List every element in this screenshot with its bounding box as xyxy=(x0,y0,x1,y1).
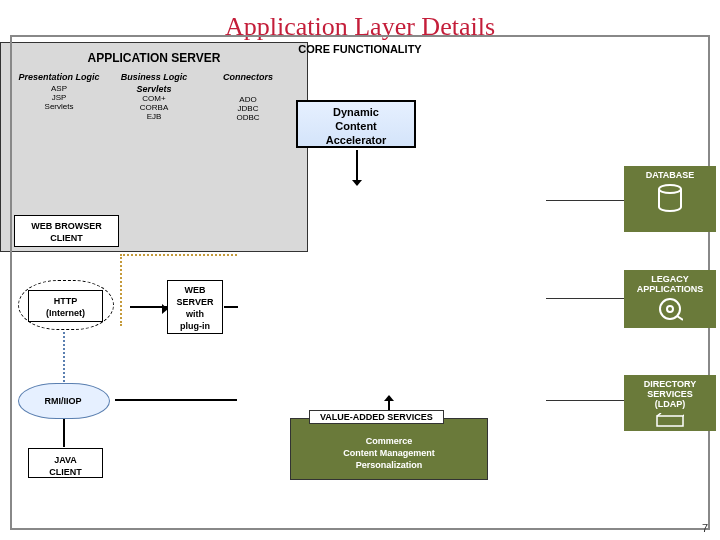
value-added-services-box: VALUE-ADDED SERVICES Commerce Content Ma… xyxy=(290,418,488,480)
vas-title: VALUE-ADDED SERVICES xyxy=(309,410,444,424)
connector-line xyxy=(120,254,237,256)
connector-line xyxy=(120,254,122,326)
col-item: Servlets xyxy=(15,102,103,111)
core-col-business: Business Logic Servlets COM+ CORBA EJB xyxy=(110,72,198,121)
web-browser-client-box: WEB BROWSER CLIENT xyxy=(14,215,119,247)
dir-line2: SERVICES xyxy=(626,389,714,399)
svg-point-2 xyxy=(667,306,673,312)
connector-line xyxy=(115,399,237,401)
connector-line xyxy=(63,419,65,447)
http-internet-box: HTTP (Internet) xyxy=(28,290,103,322)
col-header: Presentation Logic xyxy=(15,72,103,82)
directory-services-box: DIRECTORY SERVICES (LDAP) xyxy=(624,375,716,431)
card-file-icon xyxy=(656,413,684,427)
database-box: DATABASE xyxy=(624,166,716,232)
vas-item: Content Management xyxy=(291,447,487,459)
connector-line xyxy=(224,306,238,308)
java-line1: JAVA xyxy=(29,454,102,466)
database-label: DATABASE xyxy=(626,170,714,180)
dir-line1: DIRECTORY xyxy=(626,379,714,389)
col-sub: Servlets xyxy=(110,84,198,94)
web-server-plugin-box: WEB SERVER with plug-in xyxy=(167,280,223,334)
col-item: JSP xyxy=(15,93,103,102)
database-icon xyxy=(657,184,683,214)
col-item: ODBC xyxy=(204,113,292,122)
core-col-connectors: Connectors ADO JDBC ODBC xyxy=(204,72,292,122)
http-line2: (Internet) xyxy=(29,307,102,319)
connector-line xyxy=(546,200,624,201)
col-header: Business Logic xyxy=(110,72,198,82)
websrv-line2: SERVER xyxy=(168,296,222,308)
svg-line-3 xyxy=(677,316,683,320)
col-item: ASP xyxy=(15,84,103,93)
vas-item: Personalization xyxy=(291,459,487,471)
legacy-applications-box: LEGACY APPLICATIONS xyxy=(624,270,716,328)
core-functionality-title: CORE FUNCTIONALITY xyxy=(12,37,708,55)
http-line1: HTTP xyxy=(29,295,102,307)
core-col-presentation: Presentation Logic ASP JSP Servlets xyxy=(15,72,103,111)
tape-reel-icon xyxy=(657,298,683,322)
col-item: COM+ xyxy=(110,94,198,103)
rmi-iiop-label: RMI/IIOP xyxy=(29,390,97,414)
websrv-line1: WEB xyxy=(168,284,222,296)
connector-line xyxy=(546,298,624,299)
col-item: EJB xyxy=(110,112,198,121)
java-line2: CLIENT xyxy=(29,466,102,478)
svg-line-6 xyxy=(683,413,684,416)
webclient-line1: WEB BROWSER xyxy=(15,220,118,232)
col-header: Connectors xyxy=(204,72,292,82)
vas-item: Commerce xyxy=(291,435,487,447)
webclient-line2: CLIENT xyxy=(15,232,118,244)
dir-line3: (LDAP) xyxy=(626,399,714,409)
col-item: CORBA xyxy=(110,103,198,112)
svg-rect-4 xyxy=(657,416,683,426)
svg-point-0 xyxy=(659,185,681,193)
legacy-label: LEGACY APPLICATIONS xyxy=(626,274,714,294)
page-number: 7 xyxy=(702,522,708,534)
java-client-box: JAVA CLIENT xyxy=(28,448,103,478)
connector-line xyxy=(63,332,65,382)
websrv-line4: plug-in xyxy=(168,320,222,332)
col-item: JDBC xyxy=(204,104,292,113)
connector-line xyxy=(546,400,624,401)
col-item: ADO xyxy=(204,95,292,104)
arrow-http-to-webserver xyxy=(130,306,167,308)
websrv-line3: with xyxy=(168,308,222,320)
